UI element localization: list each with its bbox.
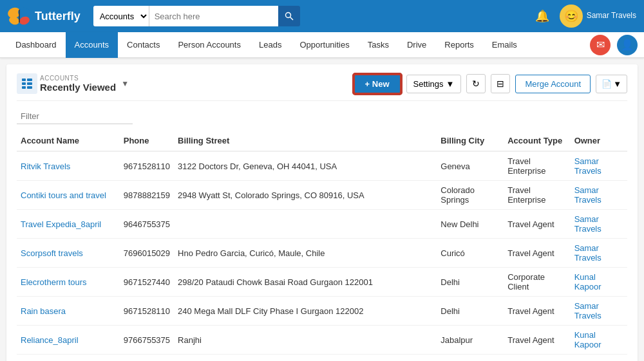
cell-owner[interactable]: Samar Travels [571, 151, 627, 181]
cell-account-name[interactable]: Scorpsoft travels [17, 239, 120, 268]
account-name-link[interactable]: Travel Expedia_8april [21, 219, 101, 229]
cell-phone: 7696015029 [120, 239, 174, 268]
cell-billing-city: Delhi [437, 268, 504, 297]
more-dropdown-icon: ▼ [613, 79, 621, 89]
table-row: Sahni tours and travels new8146028698She… [17, 355, 627, 362]
search-button[interactable] [278, 6, 300, 26]
nav-right-icons: ✉ 👤 [590, 35, 638, 55]
table-row: Contiki tours and travel98788821592948 W… [17, 181, 627, 210]
new-button[interactable]: + New [354, 74, 401, 94]
toolbar-actions: + New Settings ▼ ↻ ⊟ Merge Account 📄 ▼ [354, 74, 627, 94]
view-icon [17, 73, 37, 94]
settings-button[interactable]: Settings ▼ [406, 75, 462, 93]
filter-input[interactable] [17, 109, 133, 124]
table-row: Rain basera9671528110240 Mega Mall DLF C… [17, 297, 627, 326]
cell-account-name[interactable]: Contiki tours and travel [17, 181, 120, 210]
cell-account-type: Corporate Client [504, 355, 570, 362]
svg-rect-8 [27, 79, 32, 81]
main-content: ACCOUNTS Recently Viewed ▼ + New Setting… [6, 64, 638, 361]
view-dropdown-arrow-icon[interactable]: ▼ [121, 79, 129, 88]
nav-item-reports[interactable]: Reports [435, 32, 483, 58]
table-row: Travel Expedia_8april9646755375New Delhi… [17, 210, 627, 239]
more-options-button[interactable]: 📄 ▼ [596, 75, 627, 93]
owner-link[interactable]: Samar Travels [574, 185, 601, 205]
cell-owner[interactable]: Samar Travels [571, 210, 627, 239]
cell-owner[interactable]: Kunal Kapoor [571, 326, 627, 355]
account-name-link[interactable]: Ritvik Travels [21, 162, 70, 171]
notification-bell-icon[interactable]: 🔔 [535, 9, 549, 23]
merge-account-button[interactable]: Merge Account [515, 75, 591, 93]
cell-billing-city: Delhi [437, 355, 504, 362]
nav-item-emails[interactable]: Emails [483, 32, 526, 58]
logo-butterfly-icon [8, 6, 31, 26]
cell-billing-city: Colorado Springs [437, 181, 504, 210]
refresh-icon: ↻ [472, 79, 480, 89]
col-billing-street: Billing Street [174, 131, 437, 151]
account-name-link[interactable]: Scorpsoft travels [21, 248, 83, 258]
nav-item-opportunities[interactable]: Opportunities [290, 32, 358, 58]
owner-link[interactable]: Samar Travels [574, 214, 601, 234]
cell-account-name[interactable]: Rain basera [17, 297, 120, 326]
table-body: Ritvik Travels96715281103122 Doctors Dr,… [17, 151, 627, 361]
logo-area: Tutterfly [8, 6, 80, 26]
content-toolbar: ACCOUNTS Recently Viewed ▼ + New Setting… [17, 73, 627, 101]
owner-link[interactable]: Kunal Kapoor [574, 272, 601, 292]
cell-owner[interactable]: Samar Travels [571, 181, 627, 210]
filter-button[interactable]: ⊟ [491, 74, 510, 93]
account-name-link[interactable]: Elecrotherm tours [21, 277, 87, 287]
cell-billing-city: Delhi [437, 297, 504, 326]
nav-item-tasks[interactable]: Tasks [359, 32, 398, 58]
cell-owner[interactable]: Samar Travels [571, 239, 627, 268]
cell-account-name[interactable]: Travel Expedia_8april [17, 210, 120, 239]
mail-icon[interactable]: ✉ [590, 35, 611, 55]
cell-billing-street: Hno Pedro Garcia, Curicó, Maule, Chile [174, 239, 437, 268]
svg-rect-10 [27, 82, 32, 85]
nav-item-accounts[interactable]: Accounts [66, 32, 118, 58]
nav-item-leads[interactable]: Leads [250, 32, 290, 58]
nav-item-drive[interactable]: Drive [398, 32, 435, 58]
cell-owner[interactable]: Anjali Gupta [571, 355, 627, 362]
app-name: Tutterfly [35, 10, 80, 23]
search-icon [285, 12, 294, 21]
owner-link[interactable]: Samar Travels [574, 243, 601, 263]
cell-owner[interactable]: Samar Travels [571, 297, 627, 326]
cell-account-name[interactable]: Elecrotherm tours [17, 268, 120, 297]
user-icon[interactable]: 👤 [617, 35, 638, 55]
table-row: Elecrotherm tours9671527440298/20 Pataud… [17, 268, 627, 297]
owner-link[interactable]: Samar Travels [574, 156, 601, 176]
settings-dropdown-icon: ▼ [446, 79, 455, 89]
search-input[interactable] [149, 6, 278, 26]
nav-item-person-accounts[interactable]: Person Accounts [169, 32, 250, 58]
search-category-select[interactable]: Accounts Contacts Leads [93, 6, 149, 26]
cell-account-name[interactable]: Reliance_8april [17, 326, 120, 355]
table-row: Ritvik Travels96715281103122 Doctors Dr,… [17, 151, 627, 181]
account-name-link[interactable]: Contiki tours and travel [21, 190, 106, 200]
cell-account-name[interactable]: Sahni tours and travels new [17, 355, 120, 362]
nav-item-dashboard[interactable]: Dashboard [6, 32, 66, 58]
account-name-link[interactable]: Reliance_8april [21, 335, 79, 345]
user-name-label: Samar Travels [587, 11, 636, 21]
cell-owner[interactable]: Kunal Kapoor [571, 268, 627, 297]
col-owner: Owner [571, 131, 627, 151]
nav-item-contacts[interactable]: Contacts [118, 32, 169, 58]
account-name-link[interactable]: Rain basera [21, 306, 66, 316]
top-header: Tutterfly Accounts Contacts Leads 🔔 😊 Sa… [0, 0, 644, 32]
view-label-small: ACCOUNTS [40, 75, 116, 82]
refresh-button[interactable]: ↻ [466, 74, 486, 93]
cell-phone: 9766755375 [120, 326, 174, 355]
user-avatar-area[interactable]: 😊 Samar Travels [560, 5, 636, 28]
cell-account-type: Corporate Client [504, 268, 570, 297]
cell-account-name[interactable]: Ritvik Travels [17, 151, 120, 181]
owner-link[interactable]: Samar Travels [574, 301, 601, 320]
nav-bar: Dashboard Accounts Contacts Person Accou… [0, 32, 644, 58]
cell-phone: 9671528110 [120, 151, 174, 181]
search-container: Accounts Contacts Leads [93, 6, 300, 26]
cell-billing-street: 2948 Wyatt St, Colorado Springs, CO 8091… [174, 181, 437, 210]
owner-link[interactable]: Kunal Kapoor [574, 330, 601, 349]
cell-account-type: Travel Agent [504, 210, 570, 239]
cell-account-type: Travel Enterprise [504, 181, 570, 210]
cell-billing-street: 240 Mega Mall DLF City Phase I Gurgaon 1… [174, 297, 437, 326]
avatar: 😊 [560, 5, 583, 28]
cell-account-type: Travel Agent [504, 326, 570, 355]
view-label-large: Recently Viewed [40, 82, 116, 93]
